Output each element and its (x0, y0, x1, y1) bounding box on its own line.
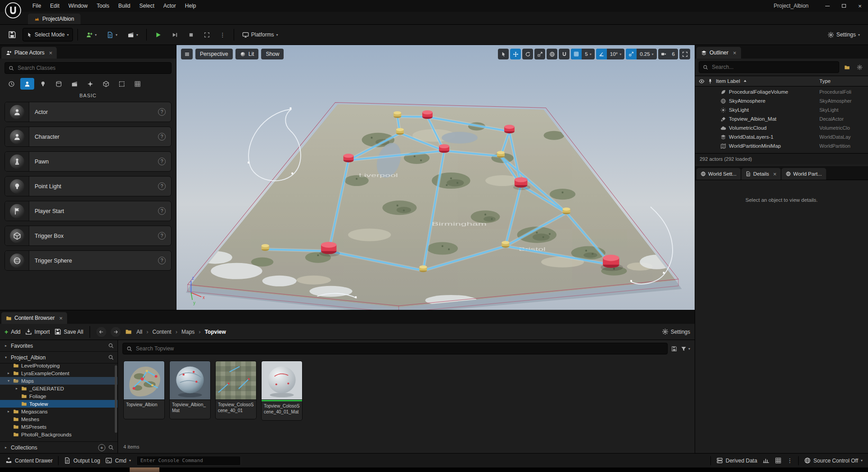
tree-item-meshes[interactable]: Meshes (0, 415, 118, 423)
play-options-kebab[interactable]: ⋮ (216, 28, 229, 41)
column-type[interactable]: Type (819, 78, 864, 84)
forward-button[interactable] (111, 327, 121, 337)
outliner-new-folder-button[interactable] (842, 62, 852, 72)
viewport-3d-scene[interactable]: Liverpool Birmingham Bristol (176, 45, 695, 310)
close-icon[interactable]: × (59, 315, 63, 322)
settings-dropdown[interactable]: Settings ▾ (824, 28, 863, 41)
category-lights[interactable] (36, 78, 50, 90)
output-log-button[interactable]: Output Log (64, 457, 100, 464)
tab-world-partition[interactable]: World Part... (782, 168, 826, 180)
tree-item-megascans[interactable]: ▸Megascans (0, 408, 118, 415)
menu-select[interactable]: Select (135, 0, 158, 12)
perspective-dropdown[interactable]: Perspective (195, 49, 233, 59)
category-basic[interactable] (20, 78, 34, 90)
help-icon[interactable]: ? (158, 207, 166, 215)
category-recently-placed[interactable] (5, 78, 18, 90)
show-dropdown[interactable]: Show (261, 49, 284, 59)
tree-item-photor-backgrounds[interactable]: PhotoR_Backgrounds (0, 431, 118, 438)
search-icon[interactable] (108, 445, 114, 450)
place-actor-item-trigger-sphere[interactable]: Trigger Sphere ? (5, 250, 172, 271)
camera-speed-control[interactable]: 6 (658, 49, 678, 59)
menu-build[interactable]: Build (114, 0, 135, 12)
menu-help[interactable]: Help (181, 0, 201, 12)
path-folder-icon[interactable] (125, 328, 132, 335)
save-search-icon[interactable] (671, 346, 677, 352)
tab-project-albion[interactable]: ProjectAlbion (28, 14, 81, 24)
content-drawer-button[interactable]: Content Drawer (5, 457, 53, 464)
scale-tool-button[interactable] (534, 49, 545, 59)
add-button[interactable]: +Add (5, 328, 21, 336)
select-tool-button[interactable] (498, 49, 509, 59)
level-viewport[interactable]: Liverpool Birmingham Bristol (176, 45, 695, 310)
filter-button[interactable]: ▾ (681, 346, 690, 352)
help-icon[interactable]: ? (158, 257, 166, 264)
breadcrumb-content[interactable]: Content (153, 329, 172, 335)
help-icon[interactable]: ? (158, 158, 166, 165)
tree-item-generated[interactable]: ▸_GENERATED (0, 385, 118, 392)
select-mode-dropdown[interactable]: Select Mode ▾ (23, 28, 73, 41)
outliner-row-proceduralfoliagevolume[interactable]: ProceduralFoliageVolume ProceduralFoli (695, 87, 868, 96)
outliner-search-input[interactable] (711, 64, 835, 71)
search-assets-input[interactable] (135, 345, 664, 352)
minimize-button[interactable] (819, 0, 836, 12)
place-actor-item-character[interactable]: Character ? (5, 127, 172, 147)
asset-tile-topview-colososcene-mat[interactable]: Topview_ColosoScene_40_01_Mat (261, 361, 303, 421)
rotation-snap-control[interactable]: 10°▾ (596, 49, 624, 59)
eject-button[interactable] (200, 28, 213, 41)
collections-section[interactable]: ▸ Collections + (0, 441, 118, 453)
save-button[interactable] (5, 28, 20, 41)
column-item-label[interactable]: Item Label (716, 78, 817, 84)
search-classes-input[interactable] (17, 64, 167, 72)
asset-tile-topview-albion-mat[interactable]: Topview_Albion_Mat (169, 361, 211, 419)
place-actor-item-actor[interactable]: Actor ? (5, 102, 172, 122)
place-actor-item-player-start[interactable]: Player Start ? (5, 201, 172, 221)
eye-icon[interactable] (699, 78, 705, 84)
play-button[interactable] (151, 28, 165, 41)
category-cinematic[interactable] (68, 78, 81, 90)
content-browser-settings-button[interactable]: Settings (662, 328, 690, 335)
place-actor-item-point-light[interactable]: Point Light ? (5, 176, 172, 196)
outliner-row-skyatmosphere[interactable]: SkyAtmosphere SkyAtmospher (695, 96, 868, 105)
tree-item-foliage[interactable]: Foliage (0, 392, 118, 400)
place-actor-item-trigger-box[interactable]: Trigger Box ? (5, 226, 172, 246)
blueprints-dropdown[interactable]: ▾ (103, 28, 121, 41)
back-button[interactable] (96, 327, 106, 337)
cinematics-dropdown[interactable]: ▾ (124, 28, 142, 41)
breadcrumb-maps[interactable]: Maps (181, 329, 194, 335)
place-actor-item-pawn[interactable]: Pawn ? (5, 151, 172, 172)
outliner-row-volumetriccloud[interactable]: VolumetricCloud VolumetricClo (695, 123, 868, 132)
close-button[interactable]: × (852, 0, 868, 12)
import-button[interactable]: Import (25, 328, 50, 335)
category-shapes[interactable] (52, 78, 66, 90)
tab-details[interactable]: Details × (741, 168, 781, 180)
grid-snap-control[interactable]: 5▾ (571, 49, 594, 59)
maximize-button[interactable] (836, 0, 852, 12)
add-collection-button[interactable]: + (98, 444, 105, 451)
status-kebab-menu[interactable]: ⋮ (787, 457, 793, 464)
taskbar-thumbnail[interactable] (130, 467, 159, 472)
search-icon[interactable] (108, 354, 114, 360)
asset-tile-topview-albion[interactable]: Topview_Albion (123, 361, 165, 419)
cmd-dropdown[interactable]: Cmd ▾ (105, 457, 131, 464)
frame-skip-button[interactable] (168, 28, 182, 41)
maximize-viewport-button[interactable] (679, 49, 690, 59)
help-icon[interactable]: ? (158, 133, 166, 141)
category-volumes[interactable] (115, 78, 129, 90)
breadcrumb-topview[interactable]: Topview (205, 329, 226, 335)
platforms-dropdown[interactable]: Platforms ▾ (239, 28, 282, 41)
view-mode-dropdown[interactable]: Lit (235, 49, 259, 59)
save-all-button[interactable]: Save All (54, 328, 83, 335)
category-all-classes[interactable] (131, 78, 145, 90)
scale-snap-control[interactable]: 0.25▾ (626, 49, 656, 59)
viewport-options-button[interactable] (181, 49, 193, 59)
insights-grid-button[interactable] (775, 457, 782, 464)
tree-item-lyraexamplecontent[interactable]: ▸LyraExampleContent (0, 369, 118, 377)
console-command-input[interactable] (136, 456, 241, 466)
tree-item-levelprototyping[interactable]: LevelPrototyping (0, 363, 118, 369)
tab-world-settings[interactable]: World Sett... (696, 168, 741, 180)
move-tool-button[interactable] (510, 49, 521, 59)
category-geometry[interactable] (99, 78, 113, 90)
tab-place-actors[interactable]: Place Actors × (1, 47, 57, 59)
outliner-row-topview-albion-mat[interactable]: Topview_Albion_Mat DecalActor (695, 114, 868, 123)
world-coordinate-button[interactable] (547, 49, 557, 59)
